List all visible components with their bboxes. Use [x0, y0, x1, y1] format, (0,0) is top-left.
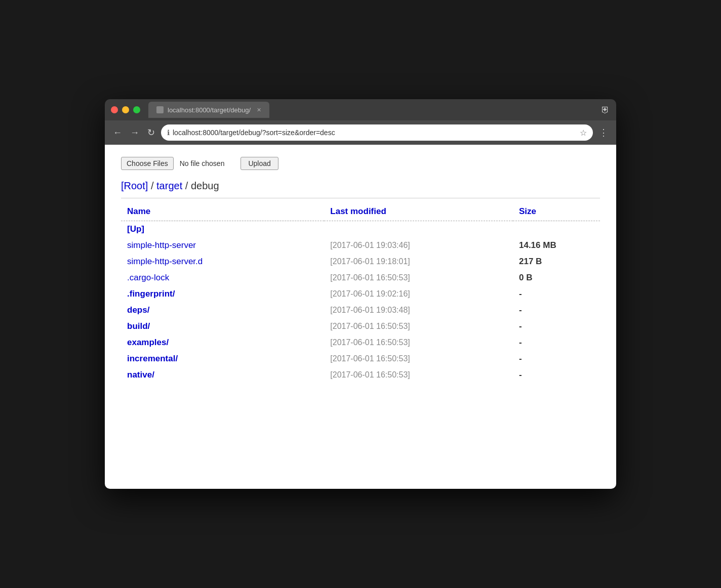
- bookmark-icon[interactable]: ☆: [580, 128, 587, 138]
- breadcrumb-target[interactable]: target: [156, 180, 182, 191]
- file-size-cell: -: [513, 334, 600, 351]
- refresh-button[interactable]: ↻: [145, 125, 157, 140]
- tab-label: localhost:8000/target/debug/: [168, 106, 251, 114]
- file-name-cell: simple-http-server: [121, 237, 324, 254]
- file-size-cell: -: [513, 302, 600, 318]
- file-name-cell: [Up]: [121, 221, 324, 238]
- tab-favicon: [156, 106, 164, 113]
- table-row: simple-http-server[2017-06-01 19:03:46]1…: [121, 237, 600, 254]
- breadcrumb-current: debug: [191, 180, 219, 191]
- minimize-button[interactable]: [122, 106, 129, 113]
- table-row: .fingerprint/[2017-06-01 19:02:16]-: [121, 286, 600, 302]
- nav-bar: ← → ↻ ℹ localhost:8000/target/debug/?sor…: [105, 120, 616, 145]
- dir-link[interactable]: .fingerprint/: [127, 289, 175, 299]
- table-row: deps/[2017-06-01 19:03:48]-: [121, 302, 600, 318]
- file-link[interactable]: simple-http-server.d: [127, 257, 203, 266]
- info-icon: ℹ: [167, 129, 170, 137]
- dir-link[interactable]: build/: [127, 321, 150, 331]
- file-size-cell: [513, 221, 600, 238]
- file-name-cell: deps/: [121, 302, 324, 318]
- file-size-cell: -: [513, 351, 600, 367]
- file-modified-cell: [2017-06-01 19:18:01]: [324, 254, 513, 270]
- title-bar: localhost:8000/target/debug/ ✕ ⛨: [105, 99, 616, 120]
- dir-link[interactable]: native/: [127, 370, 154, 380]
- breadcrumb: [Root] / target / debug: [121, 180, 600, 192]
- upload-button[interactable]: Upload: [241, 157, 278, 170]
- file-modified-cell: [2017-06-01 16:50:53]: [324, 270, 513, 286]
- file-name-cell: build/: [121, 318, 324, 334]
- file-size-cell: 0 B: [513, 270, 600, 286]
- file-modified-cell: [2017-06-01 16:50:53]: [324, 334, 513, 351]
- file-name-cell: .cargo-lock: [121, 270, 324, 286]
- table-row: build/[2017-06-01 16:50:53]-: [121, 318, 600, 334]
- col-modified-header[interactable]: Last modified: [324, 202, 513, 221]
- col-name-header[interactable]: Name: [121, 202, 324, 221]
- breadcrumb-sep1: /: [151, 180, 156, 191]
- file-link[interactable]: simple-http-server: [127, 240, 196, 250]
- file-name-cell: .fingerprint/: [121, 286, 324, 302]
- file-size-cell: -: [513, 367, 600, 383]
- file-size-cell: 217 B: [513, 254, 600, 270]
- no-file-label: No file chosen: [180, 159, 225, 167]
- page-content: Choose Files No file chosen Upload [Root…: [105, 145, 616, 489]
- file-modified-cell: [324, 221, 513, 238]
- address-text: localhost:8000/target/debug/?sort=size&o…: [173, 129, 577, 137]
- up-link[interactable]: [Up]: [127, 224, 144, 234]
- file-modified-cell: [2017-06-01 19:02:16]: [324, 286, 513, 302]
- forward-button[interactable]: →: [128, 125, 141, 140]
- file-modified-cell: [2017-06-01 16:50:53]: [324, 367, 513, 383]
- table-row: native/[2017-06-01 16:50:53]-: [121, 367, 600, 383]
- table-row: .cargo-lock[2017-06-01 16:50:53]0 B: [121, 270, 600, 286]
- col-size-header[interactable]: Size: [513, 202, 600, 221]
- dir-link[interactable]: incremental/: [127, 354, 178, 363]
- file-table-body: [Up]simple-http-server[2017-06-01 19:03:…: [121, 221, 600, 384]
- traffic-lights: [111, 106, 140, 113]
- tab-area: localhost:8000/target/debug/ ✕: [148, 102, 597, 118]
- file-modified-cell: [2017-06-01 19:03:46]: [324, 237, 513, 254]
- maximize-button[interactable]: [133, 106, 140, 113]
- file-name-cell: simple-http-server.d: [121, 254, 324, 270]
- file-table: Name Last modified Size [Up]simple-http-…: [121, 202, 600, 383]
- file-link[interactable]: .cargo-lock: [127, 273, 169, 282]
- close-button[interactable]: [111, 106, 118, 113]
- browser-window: localhost:8000/target/debug/ ✕ ⛨ ← → ↻ ℹ…: [105, 99, 616, 489]
- choose-files-button[interactable]: Choose Files: [121, 157, 174, 170]
- file-size-cell: 14.16 MB: [513, 237, 600, 254]
- dir-link[interactable]: examples/: [127, 338, 169, 347]
- file-name-cell: native/: [121, 367, 324, 383]
- file-size-cell: -: [513, 286, 600, 302]
- table-row: simple-http-server.d[2017-06-01 19:18:01…: [121, 254, 600, 270]
- table-row: examples/[2017-06-01 16:50:53]-: [121, 334, 600, 351]
- dir-link[interactable]: deps/: [127, 305, 149, 315]
- file-size-cell: -: [513, 318, 600, 334]
- extensions-icon[interactable]: ⛨: [601, 105, 610, 115]
- table-row: [Up]: [121, 221, 600, 238]
- breadcrumb-root[interactable]: [Root]: [121, 180, 148, 191]
- file-name-cell: examples/: [121, 334, 324, 351]
- table-row: incremental/[2017-06-01 16:50:53]-: [121, 351, 600, 367]
- address-bar[interactable]: ℹ localhost:8000/target/debug/?sort=size…: [161, 124, 593, 141]
- file-modified-cell: [2017-06-01 19:03:48]: [324, 302, 513, 318]
- menu-icon[interactable]: ⋮: [597, 125, 610, 140]
- breadcrumb-sep2: /: [185, 180, 191, 191]
- tab-close-icon[interactable]: ✕: [257, 107, 261, 113]
- file-name-cell: incremental/: [121, 351, 324, 367]
- table-header-row: Name Last modified Size: [121, 202, 600, 221]
- file-modified-cell: [2017-06-01 16:50:53]: [324, 318, 513, 334]
- file-input-row: Choose Files No file chosen Upload: [121, 157, 600, 170]
- active-tab[interactable]: localhost:8000/target/debug/ ✕: [148, 102, 269, 118]
- back-button[interactable]: ←: [111, 125, 124, 140]
- file-modified-cell: [2017-06-01 16:50:53]: [324, 351, 513, 367]
- header-divider: [121, 198, 600, 198]
